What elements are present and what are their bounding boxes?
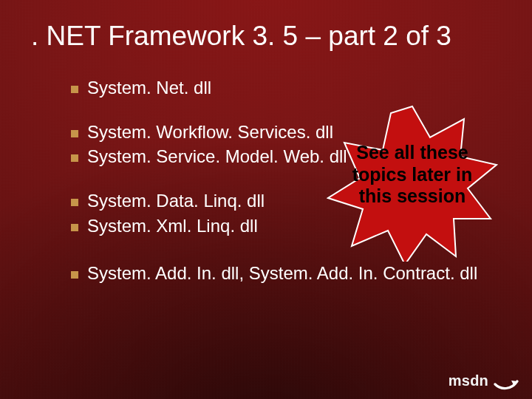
- slide: . NET Framework 3. 5 – part 2 of 3 Syste…: [0, 0, 532, 399]
- list-item: System. Add. In. dll, System. Add. In. C…: [71, 262, 501, 285]
- slide-title: . NET Framework 3. 5 – part 2 of 3: [31, 21, 501, 52]
- footer-brand: msdn: [449, 371, 519, 390]
- bullet-list: System. Net. dll: [71, 77, 501, 100]
- star-callout-text: See all these topics later in this sessi…: [349, 142, 476, 208]
- star-callout: See all these topics later in this sessi…: [327, 103, 498, 262]
- brand-text: msdn: [449, 372, 488, 389]
- list-item: System. Net. dll: [71, 77, 501, 100]
- bullet-list: System. Add. In. dll, System. Add. In. C…: [71, 262, 501, 285]
- swoosh-icon: [494, 371, 519, 390]
